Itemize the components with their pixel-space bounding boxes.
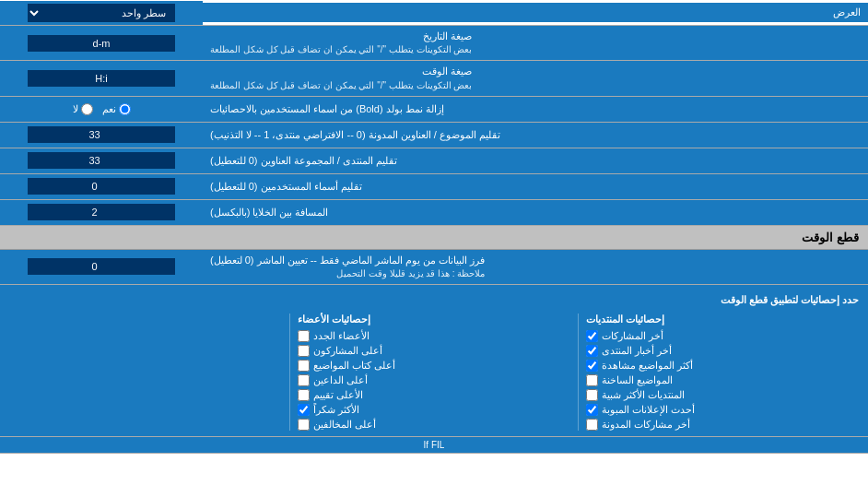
radio-no-label[interactable]: لا: [73, 103, 93, 115]
bold-remove-radio-cell: نعم لا: [0, 97, 203, 122]
col1-check-5[interactable]: [586, 404, 598, 416]
time-format-input[interactable]: [28, 70, 175, 87]
usernames-input-cell: [0, 174, 203, 199]
col1-check-2[interactable]: [586, 360, 598, 372]
cell-spacing-row: المسافة بين الخلايا (بالبكسل): [0, 200, 868, 226]
forum-addresses-input-cell: [0, 148, 203, 173]
col1-item-5: أحدث الإعلانات المبوبة: [586, 404, 859, 416]
col2-item-3: أعلى الداعين: [298, 374, 570, 386]
col2-check-3[interactable]: [298, 374, 310, 386]
col2-check-2[interactable]: [298, 360, 310, 372]
col2-item-0: الأعضاء الجدد: [298, 330, 570, 342]
date-format-label: صيغة التاريخ بعض التكوينات يتطلب "/" الت…: [203, 26, 868, 60]
time-format-row: صيغة الوقت بعض التكوينات يتطلب "/" التي …: [0, 61, 868, 96]
col1-title: إحصائيات المنتديات: [586, 314, 859, 325]
time-cut-header: قطع الوقت: [0, 226, 868, 250]
radio-yes[interactable]: [119, 103, 131, 115]
time-cut-label: فرز البيانات من يوم الماشر الماضي فقط --…: [203, 250, 868, 284]
col1-check-6[interactable]: [586, 419, 598, 431]
date-format-row: صيغة التاريخ بعض التكوينات يتطلب "/" الت…: [0, 26, 868, 61]
date-format-input-cell: [0, 26, 203, 60]
col1-check-3[interactable]: [586, 374, 598, 386]
time-cut-input-cell: [0, 250, 203, 284]
usernames-label: تقليم أسماء المستخدمين (0 للتعطيل): [203, 174, 868, 199]
col1-item-6: أخر مشاركات المدونة: [586, 419, 859, 431]
cell-spacing-input[interactable]: [28, 204, 175, 220]
time-format-label: صيغة الوقت بعض التكوينات يتطلب "/" التي …: [203, 61, 868, 95]
col1-check-4[interactable]: [586, 389, 598, 401]
cell-spacing-input-cell: [0, 200, 203, 225]
display-label: العرض: [203, 3, 868, 22]
bold-remove-row: إزالة نمط بولد (Bold) من اسماء المستخدمي…: [0, 97, 868, 123]
stats-header: حدد إحصائيات لتطبيق قطع الوقت: [9, 290, 859, 310]
col2-check-4[interactable]: [298, 389, 310, 401]
col2-check-1[interactable]: [298, 345, 310, 357]
stats-col3: [9, 314, 282, 431]
time-cut-row: فرز البيانات من يوم الماشر الماضي فقط --…: [0, 250, 868, 285]
col1-check-0[interactable]: [586, 330, 598, 342]
col2-item-5: الأكثر شكراً: [298, 404, 570, 416]
subject-addresses-input-cell: [0, 123, 203, 148]
date-format-input[interactable]: [28, 35, 175, 52]
col2-item-1: أعلى المشاركون: [298, 345, 570, 357]
stats-col2: إحصائيات الأعضاء الأعضاء الجدد أعلى المش…: [298, 314, 570, 431]
col2-check-0[interactable]: [298, 330, 310, 342]
forum-addresses-input[interactable]: [28, 152, 175, 169]
col2-item-2: أعلى كتاب المواضيع: [298, 360, 570, 372]
col1-check-1[interactable]: [586, 345, 598, 357]
subject-addresses-label: تقليم الموضوع / العناوين المدونة (0 -- ا…: [203, 123, 868, 148]
col1-item-3: المواضيع الساخنة: [586, 374, 859, 386]
col-divider-2: [289, 314, 290, 431]
time-cut-input[interactable]: [28, 258, 175, 275]
bottom-text: If FIL: [0, 437, 868, 454]
stats-grid: إحصائيات المنتديات أخر المشاركات أخر أخب…: [9, 314, 859, 431]
col2-item-6: أعلى المخالفين: [298, 419, 570, 431]
display-select-cell: سطر واحدسطرانثلاثة أسطر: [0, 1, 203, 25]
radio-yes-label[interactable]: نعم: [102, 103, 131, 115]
forum-addresses-row: تقليم المنتدى / المجموعة العناوين (0 للت…: [0, 148, 868, 174]
col2-title: إحصائيات الأعضاء: [298, 314, 570, 325]
subject-addresses-row: تقليم الموضوع / العناوين المدونة (0 -- ا…: [0, 123, 868, 148]
radio-no[interactable]: [81, 103, 93, 115]
col2-check-5[interactable]: [298, 404, 310, 416]
col1-item-0: أخر المشاركات: [586, 330, 859, 342]
forum-addresses-label: تقليم المنتدى / المجموعة العناوين (0 للت…: [203, 148, 868, 173]
col1-item-1: أخر أخبار المنتدى: [586, 345, 859, 357]
col1-item-2: أكثر المواضيع مشاهدة: [586, 360, 859, 372]
col2-item-4: الأعلى تقييم: [298, 389, 570, 401]
stats-section: حدد إحصائيات لتطبيق قطع الوقت إحصائيات ا…: [0, 285, 868, 437]
col-divider: [578, 314, 579, 431]
subject-addresses-input[interactable]: [28, 126, 175, 143]
time-format-input-cell: [0, 61, 203, 95]
usernames-input[interactable]: [28, 178, 175, 195]
display-select[interactable]: سطر واحدسطرانثلاثة أسطر: [28, 4, 175, 22]
stats-col1: إحصائيات المنتديات أخر المشاركات أخر أخب…: [586, 314, 859, 431]
usernames-row: تقليم أسماء المستخدمين (0 للتعطيل): [0, 174, 868, 200]
col1-item-4: المنتديات الأكثر شبية: [586, 389, 859, 401]
col2-check-6[interactable]: [298, 419, 310, 431]
bold-remove-label: إزالة نمط بولد (Bold) من اسماء المستخدمي…: [203, 97, 868, 122]
cell-spacing-label: المسافة بين الخلايا (بالبكسل): [203, 200, 868, 225]
